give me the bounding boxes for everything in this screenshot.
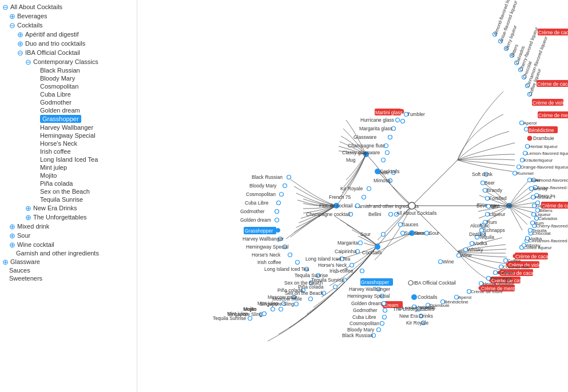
sidebar-item-sweeteners[interactable]: Sweeteners	[0, 274, 137, 282]
sidebar-item-wine-cocktail[interactable]: ⊕Wine cocktail	[0, 240, 137, 249]
sidebar-item-label: Sweeteners	[9, 275, 42, 282]
sidebar-item-contemporary[interactable]: ⊖Contemporary Classics	[0, 57, 137, 66]
right-beverages-upper: Beer Brandy Fortified Gin Liqueur Rum Sc…	[457, 180, 507, 258]
sidebar-item-black-russian[interactable]: Black Russian	[0, 66, 137, 74]
svg-point-70	[287, 175, 291, 179]
sidebar-item-label: Sour	[17, 232, 30, 239]
sidebar-item-grasshopper[interactable]: Grasshopper	[0, 114, 137, 123]
svg-point-39	[527, 136, 532, 141]
sidebar-item-label: Mixed drink	[17, 223, 49, 230]
svg-text:Lemon-flavored liqueur: Lemon-flavored liqueur	[527, 151, 568, 156]
svg-text:Cuba Libre: Cuba Libre	[245, 200, 269, 206]
svg-point-304	[279, 307, 283, 311]
svg-text:Gin: Gin	[490, 203, 498, 209]
sidebar-item-long-island[interactable]: Long Island Iced Tea	[0, 155, 137, 163]
svg-point-121	[408, 202, 415, 209]
sidebar-item-garnish[interactable]: Garnish and other ingredients	[0, 249, 137, 257]
svg-line-3	[412, 160, 458, 206]
minus-icon: ⊖	[8, 21, 16, 29]
svg-text:Vodka: Vodka	[474, 241, 487, 246]
main-container: ⊖All About Cocktails⊕Beverages⊖Cocktails…	[0, 0, 568, 392]
sidebar-item-hemingway[interactable]: Hemingway Special	[0, 131, 137, 139]
sidebar-item-mixed-drink[interactable]: ⊕Mixed drink	[0, 222, 137, 231]
sidebar-item-glassware[interactable]: ⊕Glassware	[0, 257, 137, 266]
svg-point-65	[382, 158, 386, 162]
svg-text:Coconut milk: Coconut milk	[503, 265, 530, 270]
svg-point-64	[401, 119, 405, 123]
sidebar-item-sour[interactable]: ⊕Sour	[0, 231, 137, 240]
svg-text:Sour: Sour	[360, 231, 371, 237]
upper-left-nodes: Martini glass Hurricane glass Margarita …	[342, 109, 425, 163]
sidebar-item-sauces[interactable]: Sauces	[0, 266, 137, 274]
sidebar-item-label: Horse's Neck	[40, 140, 77, 147]
sidebar-item-label: IBA Official Cocktail	[25, 49, 80, 56]
sidebar-item-label: Sex on the Beach	[40, 188, 90, 195]
svg-text:Irish coffee: Irish coffee	[257, 259, 281, 265]
sidebar-item-iba[interactable]: ⊖IBA Official Cocktail	[0, 48, 137, 57]
minus-icon: ⊖	[1, 3, 9, 11]
sidebar-item-label: Golden dream	[40, 107, 80, 114]
sidebar-item-label: Long Island Iced Tea	[40, 156, 98, 163]
svg-text:Golden dream: Golden dream	[351, 301, 382, 306]
sidebar-item-label: Cocktails	[17, 22, 43, 29]
svg-point-296	[333, 285, 337, 289]
sidebar-item-label: Glassware	[10, 258, 40, 265]
sidebar-item-duo-trio[interactable]: ⊕Duo and trio cocktails	[0, 39, 137, 48]
sidebar-item-label: Tequila Sunrise	[40, 196, 83, 203]
sidebar-item-label: Cosmopolitan	[40, 83, 78, 90]
svg-text:Mug: Mug	[346, 157, 356, 163]
sidebar-item-harvey[interactable]: Harvey Wallbanger	[0, 123, 137, 131]
sidebar-item-label: Grasshopper	[40, 115, 81, 123]
svg-text:Singapore Sling: Singapore Sling	[260, 301, 294, 307]
sidebar-item-irish-coffee[interactable]: Irish coffee	[0, 147, 137, 155]
sidebar-item-horses-neck[interactable]: Horse's Neck	[0, 139, 137, 147]
sidebar-item-cocktails[interactable]: ⊖Cocktails	[0, 21, 137, 30]
svg-point-258	[411, 294, 417, 300]
svg-text:Drambuie: Drambuie	[533, 135, 554, 141]
svg-point-107	[367, 187, 371, 191]
sidebar-item-label: Cuba Libre	[40, 91, 71, 98]
sidebar-item-godmother[interactable]: Godmother	[0, 98, 137, 106]
svg-point-78	[275, 210, 279, 214]
svg-text:Irish coffee: Irish coffee	[329, 268, 353, 274]
svg-point-221	[271, 307, 275, 311]
svg-text:Champagne flute: Champagne flute	[348, 143, 385, 149]
sidebar-item-tequila-sunrise[interactable]: Tequila Sunrise	[0, 195, 137, 203]
sidebar-item-label: Godmother	[40, 99, 72, 106]
sidebar-item-mojito[interactable]: Mojito	[0, 171, 137, 179]
sidebar-item-bloody-mary[interactable]: Bloody Mary	[0, 74, 137, 82]
sidebar-item-root[interactable]: ⊖All About Cocktails	[0, 2, 137, 11]
sidebar-item-golden-dream[interactable]: Golden dream	[0, 106, 137, 114]
sidebar-item-unforgettables[interactable]: ⊕The Unforgettables	[0, 213, 137, 222]
sidebar-item-new-era[interactable]: ⊕New Era Drinks	[0, 203, 137, 213]
sidebar-item-cosmopolitan[interactable]: Cosmopolitan	[0, 82, 137, 90]
svg-text:Brandy: Brandy	[487, 187, 503, 193]
sidebar-item-sex-on-the-beach[interactable]: Sex on the Beach	[0, 187, 137, 195]
svg-text:Long Island Iced Tea: Long Island Iced Tea	[305, 256, 351, 262]
svg-text:Horse's Neck: Horse's Neck	[318, 262, 347, 268]
svg-text:Mimosa: Mimosa	[374, 178, 391, 183]
svg-text:Tequila Sunrise: Tequila Sunrise	[311, 277, 344, 283]
sidebar-item-mint-julep[interactable]: Mint julep	[0, 163, 137, 171]
svg-text:Liqueur: Liqueur	[535, 212, 551, 217]
sidebar-item-label: Harvey Wallbanger	[40, 124, 93, 131]
svg-text:Cocktails: Cocktails	[418, 294, 437, 300]
svg-text:Godmother: Godmother	[240, 209, 265, 214]
svg-point-91	[296, 261, 300, 265]
svg-text:Champagne cocktail: Champagne cocktail	[306, 211, 350, 217]
sidebar-item-cuba-libre[interactable]: Cuba Libre	[0, 90, 137, 98]
svg-text:Brandy: Brandy	[533, 186, 547, 191]
svg-text:Grasshopper: Grasshopper	[361, 279, 389, 285]
svg-point-306	[263, 312, 267, 316]
sidebar-item-aperitif[interactable]: ⊕Apéritif and digestif	[0, 30, 137, 39]
svg-text:Fortified: Fortified	[489, 195, 507, 201]
svg-text:Fortified: Fortified	[497, 270, 514, 275]
svg-text:Vodka: Vodka	[529, 236, 542, 241]
minus-icon: ⊖	[24, 58, 32, 66]
svg-point-240	[382, 302, 386, 306]
sidebar[interactable]: ⊖All About Cocktails⊕Beverages⊖Cocktails…	[0, 0, 137, 392]
svg-text:Cocktails: Cocktails	[362, 250, 382, 255]
svg-text:Godmother: Godmother	[353, 307, 378, 313]
sidebar-item-pina-colada[interactable]: Piña colada	[0, 179, 137, 187]
sidebar-item-beverages[interactable]: ⊕Beverages	[0, 11, 137, 21]
